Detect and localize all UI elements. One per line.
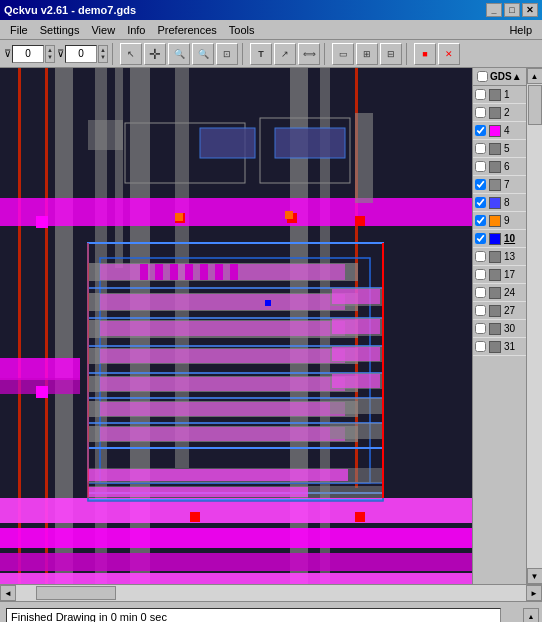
menu-help[interactable]: Help: [503, 22, 538, 38]
svg-rect-55: [355, 512, 365, 522]
menu-bar: File Settings View Info Preferences Tool…: [0, 20, 542, 40]
layer-31-label: 31: [504, 341, 515, 352]
layer-31-checkbox[interactable]: [475, 341, 486, 352]
zoom-x-stepper[interactable]: ▲ ▼: [45, 45, 55, 63]
layer-scroll-track[interactable]: [527, 84, 543, 568]
svg-rect-17: [0, 573, 472, 584]
minimize-button[interactable]: _: [486, 3, 502, 17]
svg-rect-80: [355, 113, 373, 203]
svg-rect-79: [275, 128, 345, 158]
gds-checkbox[interactable]: [477, 71, 488, 82]
close-button[interactable]: ✕: [522, 3, 538, 17]
layer-4-checkbox[interactable]: [475, 125, 486, 136]
layer-6-color: [489, 161, 501, 173]
canvas-area[interactable]: [0, 68, 472, 584]
h-scroll-thumb[interactable]: [36, 586, 116, 600]
layer-2-label: 2: [504, 107, 510, 118]
layer-1-checkbox[interactable]: [475, 89, 486, 100]
layer-24-color: [489, 287, 501, 299]
menu-view[interactable]: View: [85, 22, 121, 38]
layer-7-checkbox[interactable]: [475, 179, 486, 190]
layer-row-27: 27: [473, 302, 526, 320]
svg-rect-69: [332, 319, 380, 334]
layer-7-color: [489, 179, 501, 191]
menu-tools[interactable]: Tools: [223, 22, 261, 38]
layer-17-checkbox[interactable]: [475, 269, 486, 280]
svg-rect-40: [100, 402, 345, 416]
h-scroll-left-button[interactable]: ◄: [0, 585, 16, 601]
log-scrollbar[interactable]: ▲ ▼: [523, 608, 539, 623]
layer-row-7: 7: [473, 176, 526, 194]
layer-8-checkbox[interactable]: [475, 197, 486, 208]
layer-1-color: [489, 89, 501, 101]
close-tool-button[interactable]: ✕: [438, 43, 460, 65]
layer-9-label: 9: [504, 215, 510, 226]
layer-27-label: 27: [504, 305, 515, 316]
svg-rect-58: [265, 300, 271, 306]
layer-header-label: GDS▲: [490, 71, 522, 82]
layer-scroll-down-button[interactable]: ▼: [527, 568, 543, 584]
fit-button[interactable]: ⊡: [216, 43, 238, 65]
svg-rect-15: [0, 528, 472, 548]
layer-scroll-thumb[interactable]: [528, 85, 542, 125]
layer-10-checkbox[interactable]: [475, 233, 486, 244]
svg-rect-43: [155, 264, 163, 280]
svg-rect-67: [330, 423, 382, 439]
layer-24-checkbox[interactable]: [475, 287, 486, 298]
menu-preferences[interactable]: Preferences: [152, 22, 223, 38]
layout-canvas: [0, 68, 472, 584]
zoom-x-input[interactable]: [12, 45, 44, 63]
grid2-button[interactable]: ⊟: [380, 43, 402, 65]
rect-button[interactable]: ▭: [332, 43, 354, 65]
maximize-button[interactable]: □: [504, 3, 520, 17]
app-title: Qckvu v2.61 - demo7.gds: [4, 4, 136, 16]
layer-5-label: 5: [504, 143, 510, 154]
pan-tool-button[interactable]: ✛: [144, 43, 166, 65]
filter-icon: ⊽: [4, 48, 11, 59]
stop-button[interactable]: ■: [414, 43, 436, 65]
select-tool-button[interactable]: ↖: [120, 43, 142, 65]
layer-4-label: 4: [504, 125, 510, 136]
layer-10-label: 10: [504, 233, 515, 244]
layer-row-24: 24: [473, 284, 526, 302]
layer-9-color: [489, 215, 501, 227]
svg-rect-57: [285, 211, 293, 219]
grid1-button[interactable]: ⊞: [356, 43, 378, 65]
layer-row-5: 5: [473, 140, 526, 158]
layer-scroll-up-button[interactable]: ▲: [527, 68, 543, 84]
svg-rect-16: [0, 553, 472, 571]
layer-header: GDS▲: [473, 68, 526, 86]
svg-rect-54: [190, 512, 200, 522]
layer-row-4: 4: [473, 122, 526, 140]
layer-2-checkbox[interactable]: [475, 107, 486, 118]
layer-9-checkbox[interactable]: [475, 215, 486, 226]
layer-24-label: 24: [504, 287, 515, 298]
svg-rect-42: [140, 264, 148, 280]
zoom-in-button[interactable]: 🔍: [168, 43, 190, 65]
svg-rect-36: [100, 294, 345, 310]
arrow-tool-button[interactable]: ↗: [274, 43, 296, 65]
h-scroll-track[interactable]: [16, 585, 526, 601]
layer-30-label: 30: [504, 323, 515, 334]
zoom-y-input[interactable]: [65, 45, 97, 63]
menu-file[interactable]: File: [4, 22, 34, 38]
layer-panel: GDS▲ 1 2 4: [472, 68, 526, 584]
zoom-out-button[interactable]: 🔍: [192, 43, 214, 65]
measure-button[interactable]: ⟺: [298, 43, 320, 65]
menu-info[interactable]: Info: [121, 22, 151, 38]
layer-row-31: 31: [473, 338, 526, 356]
svg-rect-66: [330, 398, 382, 414]
menu-settings[interactable]: Settings: [34, 22, 86, 38]
layer-6-checkbox[interactable]: [475, 161, 486, 172]
layer-30-checkbox[interactable]: [475, 323, 486, 334]
svg-rect-3: [115, 68, 123, 268]
zoom-y-stepper[interactable]: ▲ ▼: [98, 45, 108, 63]
layer-27-checkbox[interactable]: [475, 305, 486, 316]
text-tool-button[interactable]: T: [250, 43, 272, 65]
layer-13-checkbox[interactable]: [475, 251, 486, 262]
layer-row-17: 17: [473, 266, 526, 284]
layer-row-8: 8: [473, 194, 526, 212]
h-scroll-right-button[interactable]: ►: [526, 585, 542, 601]
layer-5-checkbox[interactable]: [475, 143, 486, 154]
zoom-y-section: ⊽ ▲ ▼: [57, 45, 108, 63]
